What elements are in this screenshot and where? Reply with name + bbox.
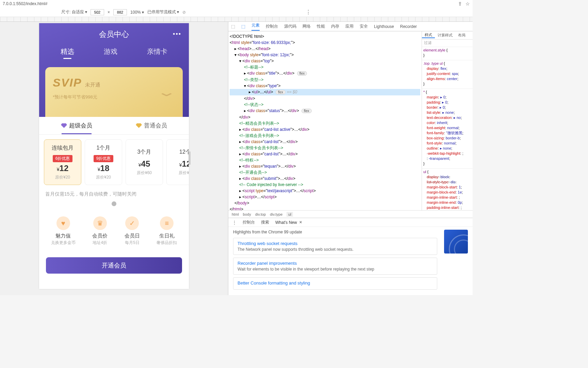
plan-price: ¥45	[138, 159, 150, 169]
plan-card[interactable]: 3个月 ¥45 原价¥60	[126, 139, 163, 185]
tab-family[interactable]: 亲情卡	[147, 47, 167, 59]
perk-item[interactable]: ✓ 会员日 每月5日	[125, 216, 140, 246]
inspect-icon[interactable]: ⬚	[231, 24, 235, 29]
plan-note: 首月仅需15元，每月自动续费，可随时关闭	[39, 187, 189, 201]
url-text: 7.0.0.1:5502/index.html#	[3, 1, 47, 6]
tab-layout[interactable]: 布局	[455, 33, 468, 38]
plan-list[interactable]: 连续包月 6折优惠 ¥12 原价¥201个月 9折优惠 ¥18 原价¥203个月…	[39, 135, 189, 187]
news-desc: The Network panel now supports throttlin…	[238, 247, 433, 252]
submit-button[interactable]: 开通会员	[46, 257, 182, 274]
news-desc: Wait for elements to be visible in the v…	[238, 267, 433, 272]
news-title: Throttling web socket requests	[238, 241, 433, 246]
discount-badge: 9折优惠	[94, 155, 114, 162]
plan-price: ¥12	[57, 164, 69, 173]
pager-dot	[112, 201, 116, 206]
plan-name: 1个月	[97, 144, 111, 152]
plan-price: ¥12	[179, 159, 189, 169]
perk-item[interactable]: ≡ 生日礼 奢侈品折扣	[157, 216, 177, 246]
page-title: 会员中心 •••	[39, 29, 189, 40]
device-icon[interactable]: ⬚	[241, 24, 245, 29]
tab-lighthouse[interactable]: Lighthouse	[374, 24, 394, 29]
zoom-select[interactable]: 100% ▾	[130, 10, 144, 15]
news-title: Better Console formatting and styling	[238, 280, 433, 286]
tab-game[interactable]: 游戏	[104, 47, 117, 59]
rendered-page: 会员中心 ••• 精选 游戏 亲情卡 SVIP 未开通 *预计每年可节省998元…	[39, 23, 189, 289]
address-bar[interactable]: 7.0.0.1:5502/index.html# ⇪ ☆	[0, 0, 473, 7]
plan-card[interactable]: 12个 ¥12 原价¥2	[166, 139, 189, 185]
scrollbar[interactable]	[189, 151, 191, 165]
drawer: ⋮ 控制台 搜索 What's New ✕ Highlights from th…	[228, 218, 473, 295]
device-viewport: 会员中心 ••• 精选 游戏 亲情卡 SVIP 未开通 *预计每年可节省998元…	[0, 22, 228, 295]
svip-card[interactable]: SVIP 未开通 *预计每年可节省998元 ⌄	[45, 67, 183, 117]
tab-normal[interactable]: 普通会员	[114, 117, 189, 134]
ruler	[0, 17, 473, 22]
plan-card[interactable]: 连续包月 6折优惠 ¥12 原价¥20	[44, 139, 81, 185]
styles-pane[interactable]: 样式 计算样式 布局 过滤 element.style {}.top .type…	[422, 31, 473, 210]
width-input[interactable]	[91, 9, 104, 15]
perk-icon: ♥	[56, 216, 70, 230]
tab-elements[interactable]: 元素	[251, 22, 260, 31]
filter-input[interactable]: 过滤	[422, 40, 473, 47]
devtools-panel: ⬚ ⬚ 元素 控制台 源代码 网络 性能 内存 应用 安全 Lighthouse…	[228, 22, 473, 295]
perk-sub: 每月5日	[125, 240, 140, 246]
browser-actions: ⇪ ☆	[458, 1, 470, 6]
tab-recorder[interactable]: Recorder	[400, 24, 417, 29]
perk-icon: ✓	[125, 216, 139, 230]
news-item[interactable]: Recorder panel improvementsWait for elem…	[233, 258, 437, 275]
tab-app[interactable]: 应用	[345, 24, 354, 29]
share-icon[interactable]: ⇪	[458, 1, 462, 6]
tab-security[interactable]: 安全	[360, 24, 368, 29]
drawer-tab-whatsnew[interactable]: What's New	[275, 220, 297, 225]
more-icon[interactable]: •••	[173, 31, 181, 38]
perk-item[interactable]: ♥ 魅力值 兑换更多金币	[51, 216, 76, 246]
size-label[interactable]: 尺寸: 自适应 ▾	[61, 9, 87, 15]
chevron-down-icon: ⌄	[156, 85, 177, 98]
tab-sources[interactable]: 源代码	[284, 24, 296, 29]
tab-perf[interactable]: 性能	[317, 24, 325, 29]
tab-styles[interactable]: 样式	[422, 32, 435, 38]
tab-memory[interactable]: 内存	[331, 24, 339, 29]
svip-logo: SVIP	[53, 76, 82, 89]
breadcrumb-item[interactable]: body	[243, 212, 251, 216]
drawer-tabs: ⋮ 控制台 搜索 What's New ✕	[228, 218, 473, 227]
breadcrumb-item[interactable]: html	[232, 212, 239, 216]
perks-row: ♥ 魅力值 兑换更多金币♛ 会员价 地址4折✓ 会员日 每月5日≡ 生日礼 奢侈…	[39, 206, 189, 252]
height-input[interactable]	[113, 9, 127, 15]
styles-tabs: 样式 计算样式 布局	[422, 31, 473, 40]
kebab-icon[interactable]: ⋮	[306, 9, 311, 15]
tab-featured[interactable]: 精选	[61, 47, 74, 59]
plan-original: 原价¥20	[55, 174, 70, 180]
tab-super[interactable]: 超级会员	[39, 117, 114, 134]
news-item[interactable]: Throttling web socket requestsThe Networ…	[233, 238, 437, 255]
plan-card[interactable]: 1个月 9折优惠 ¥18 原价¥20	[85, 139, 122, 185]
news-title: Recorder panel improvements	[238, 261, 433, 266]
perk-title: 会员日	[125, 233, 140, 239]
drawer-tab-search[interactable]: 搜索	[261, 219, 269, 225]
plan-name: 3个月	[137, 149, 151, 156]
plan-original: 原价¥20	[96, 174, 111, 180]
breadcrumb[interactable]: htmlbodydiv.topdiv.typeul	[228, 210, 473, 218]
perk-title: 会员价	[92, 233, 108, 239]
breadcrumb-item[interactable]: div.top	[255, 212, 266, 216]
close-icon[interactable]: ✕	[299, 220, 302, 225]
news-item[interactable]: Better Console formatting and styling	[233, 277, 437, 290]
no-throttle-icon[interactable]: ⊘	[182, 10, 186, 15]
throttle-select[interactable]: 已停用节流模式 ▾	[147, 9, 179, 15]
perk-icon: ♛	[93, 216, 107, 230]
dom-tree[interactable]: <!DOCTYPE html><html style="font-size: 6…	[228, 31, 422, 210]
tab-computed[interactable]: 计算样式	[435, 33, 455, 38]
star-icon[interactable]: ☆	[466, 1, 470, 6]
breadcrumb-item[interactable]: ul	[287, 212, 293, 217]
promo-image	[444, 230, 468, 254]
perk-item[interactable]: ♛ 会员价 地址4折	[92, 216, 108, 246]
svip-state: 未开通	[85, 82, 100, 88]
tab-console[interactable]: 控制台	[266, 24, 278, 29]
perk-icon: ≡	[160, 216, 174, 230]
perk-title: 魅力值	[51, 233, 76, 239]
perk-sub: 地址4折	[92, 240, 108, 246]
tab-network[interactable]: 网络	[303, 24, 311, 29]
drawer-kebab-icon[interactable]: ⋮	[232, 220, 236, 225]
drawer-tab-console[interactable]: 控制台	[243, 219, 255, 225]
breadcrumb-item[interactable]: div.type	[270, 212, 282, 216]
plan-name: 12个	[179, 149, 189, 156]
